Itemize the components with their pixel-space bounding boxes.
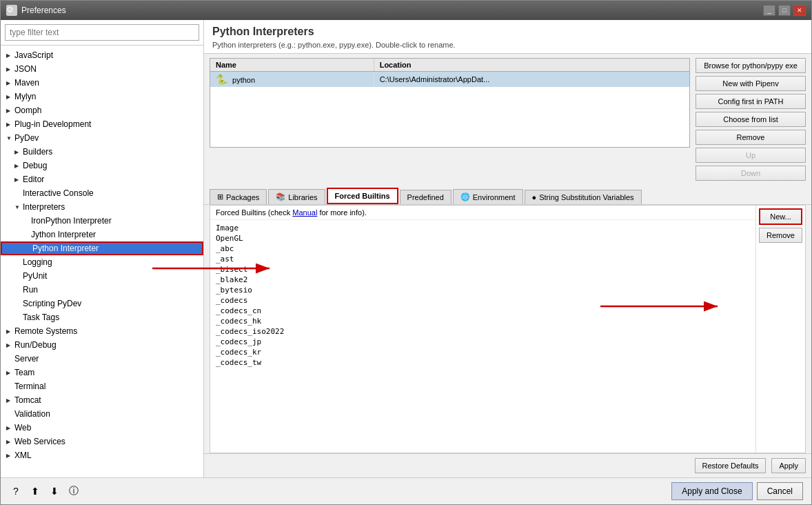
tab-environment[interactable]: 🌐 Environment — [453, 189, 523, 204]
sidebar-label-mylyn: Mylyn — [14, 92, 36, 101]
builtin-item[interactable]: _codecs_hk — [213, 316, 753, 326]
sidebar-item-python-interpreter[interactable]: Python Interpreter — [1, 241, 203, 255]
sidebar-item-web[interactable]: ▶Web — [1, 421, 203, 435]
sidebar-item-oomph[interactable]: ▶Oomph — [1, 103, 203, 117]
tab-packages[interactable]: ⊞ Packages — [210, 189, 267, 204]
builtin-item[interactable]: _blake2 — [213, 275, 753, 285]
panel-desc: Python interpreters (e.g.: python.exe, p… — [212, 41, 803, 49]
tab-predefined[interactable]: Predefined — [400, 190, 451, 204]
restore-defaults-button[interactable]: Restore Defaults — [695, 458, 767, 473]
sidebar-item-xml[interactable]: ▶XML — [1, 448, 203, 462]
sidebar-item-server[interactable]: Server — [1, 352, 203, 366]
new-pipenv-button[interactable]: New with Pipenv — [696, 76, 806, 91]
export-icon[interactable]: ⬆ — [28, 484, 42, 498]
builtin-item[interactable]: _codecs_iso2022 — [213, 326, 753, 337]
sidebar-item-plugin-dev[interactable]: ▶Plug-in Development — [1, 117, 203, 131]
sidebar-item-logging[interactable]: Logging — [1, 255, 203, 269]
tree-arrow-plugin-dev: ▶ — [6, 121, 14, 128]
sidebar-label-team: Team — [14, 368, 34, 377]
choose-from-button[interactable]: Choose from list — [696, 112, 806, 127]
sidebar-item-web-services[interactable]: ▶Web Services — [1, 435, 203, 448]
builtin-item[interactable]: _codecs_kr — [213, 347, 753, 357]
sidebar-item-json[interactable]: ▶JSON — [1, 62, 203, 76]
sidebar-item-builders[interactable]: ▶Builders — [1, 145, 203, 159]
sidebar-label-tomcat: Tomcat — [14, 395, 41, 405]
info-icon[interactable]: ⓘ — [67, 484, 81, 498]
sidebar-label-jython: Jython Interpreter — [31, 230, 96, 239]
builtin-item[interactable]: _ast — [213, 254, 753, 264]
sidebar-item-pyunit[interactable]: PyUnit — [1, 269, 203, 283]
packages-icon: ⊞ — [217, 192, 223, 201]
tab-string-subst[interactable]: ● String Substitution Variables — [525, 190, 642, 204]
sidebar-item-team[interactable]: ▶Team — [1, 366, 203, 379]
sidebar-item-debug[interactable]: ▶Debug — [1, 159, 203, 172]
sidebar-item-pydev[interactable]: ▼PyDev — [1, 131, 203, 145]
filter-input[interactable] — [5, 24, 199, 41]
sidebar-item-ironpython[interactable]: IronPython Interpreter — [1, 214, 203, 228]
builtin-item[interactable]: _codecs — [213, 295, 753, 306]
tree-arrow-interpreters: ▼ — [14, 204, 23, 210]
minimize-button[interactable]: _ — [763, 5, 775, 16]
down-button[interactable]: Down — [696, 166, 806, 181]
sidebar-item-scripting[interactable]: Scripting PyDev — [1, 297, 203, 310]
titlebar: ⚙ Preferences _ □ ✕ — [1, 1, 811, 20]
up-button[interactable]: Up — [696, 148, 806, 163]
maximize-button[interactable]: □ — [778, 5, 791, 16]
tree-arrow-pydev: ▼ — [6, 135, 14, 141]
sidebar-item-jython[interactable]: Jython Interpreter — [1, 228, 203, 241]
builtin-item[interactable]: _codecs_cn — [213, 306, 753, 316]
tree-arrow-javascript: ▶ — [6, 52, 14, 59]
python-name: python — [232, 76, 255, 84]
import-icon[interactable]: ⬇ — [48, 484, 61, 498]
sidebar-item-validation[interactable]: Validation — [1, 407, 203, 421]
apply-button[interactable]: Apply — [771, 458, 806, 473]
sidebar-item-maven[interactable]: ▶Maven — [1, 76, 203, 90]
tab-forced-builtins[interactable]: Forced Builtins — [327, 188, 398, 204]
builtin-item[interactable]: _codecs_tw — [213, 357, 753, 368]
config-first-button[interactable]: Config first in PATH — [696, 94, 806, 109]
sidebar-label-json: JSON — [14, 64, 37, 74]
interpreter-buttons: Browse for python/pypy exe New with Pipe… — [696, 58, 806, 181]
sidebar-label-run: Run — [23, 285, 38, 295]
remove-builtin-button[interactable]: Remove — [759, 228, 802, 243]
sidebar-item-remote-systems[interactable]: ▶Remote Systems — [1, 324, 203, 338]
manual-link[interactable]: Manual — [292, 208, 317, 217]
sidebar-item-editor[interactable]: ▶Editor — [1, 172, 203, 186]
builtin-item[interactable]: _bytesio — [213, 285, 753, 295]
browse-button[interactable]: Browse for python/pypy exe — [696, 58, 806, 73]
builtin-item[interactable]: _codecs_jp — [213, 337, 753, 347]
sidebar-label-terminal: Terminal — [14, 382, 45, 391]
remove-interp-button[interactable]: Remove — [696, 130, 806, 145]
interpreter-section: Name Location 🐍 python C:\Users\Administ… — [204, 54, 811, 181]
col-name: Name — [210, 59, 374, 71]
sidebar-item-javascript[interactable]: ▶JavaScript — [1, 48, 203, 62]
table-row[interactable]: 🐍 python C:\Users\Administrator\AppDat..… — [210, 72, 689, 87]
sidebar-item-interactive-console[interactable]: Interactive Console — [1, 186, 203, 200]
sidebar-item-interpreters[interactable]: ▼Interpreters — [1, 200, 203, 214]
tree-arrow-remote-systems: ▶ — [6, 328, 14, 335]
sidebar-item-mylyn[interactable]: ▶Mylyn — [1, 90, 203, 103]
builtin-item[interactable]: Image — [213, 223, 753, 233]
builtin-item[interactable]: _bisect — [213, 264, 753, 275]
new-builtin-button[interactable]: New... — [759, 208, 802, 225]
sidebar-item-task-tags[interactable]: Task Tags — [1, 310, 203, 324]
sidebar-item-run-debug[interactable]: ▶Run/Debug — [1, 338, 203, 352]
col-location: Location — [374, 59, 689, 71]
sidebar-item-tomcat[interactable]: ▶Tomcat — [1, 393, 203, 407]
builtins-info: Forced Builtins (check Manual for more i… — [210, 206, 755, 220]
tab-libraries[interactable]: 📚 Libraries — [268, 189, 325, 204]
sidebar-item-terminal[interactable]: Terminal — [1, 379, 203, 393]
tree-arrow-tomcat: ▶ — [6, 397, 14, 404]
sidebar-label-interactive-console: Interactive Console — [23, 188, 94, 198]
sidebar-label-oomph: Oomph — [14, 106, 41, 115]
tabs-bar: ⊞ Packages 📚 Libraries Forced Builtins P… — [204, 185, 811, 205]
builtin-item[interactable]: OpenGL — [213, 233, 753, 244]
builtins-content: Forced Builtins (check Manual for more i… — [210, 206, 755, 453]
close-button[interactable]: ✕ — [793, 5, 806, 16]
apply-close-button[interactable]: Apply and Close — [671, 482, 752, 500]
builtin-item[interactable]: _abc — [213, 244, 753, 254]
sidebar-item-run[interactable]: Run — [1, 283, 203, 297]
help-icon[interactable]: ? — [9, 484, 23, 498]
cancel-button[interactable]: Cancel — [757, 482, 803, 500]
tree-arrow-team: ▶ — [6, 370, 14, 376]
